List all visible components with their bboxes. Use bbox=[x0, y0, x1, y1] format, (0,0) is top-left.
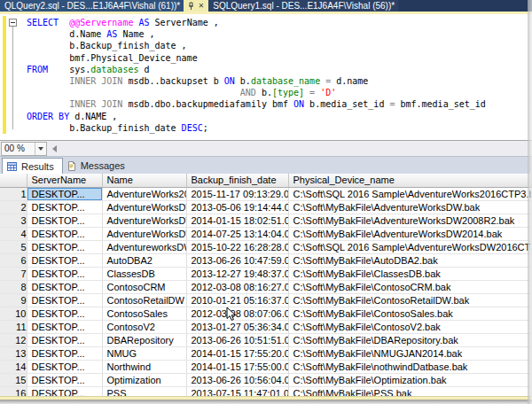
table-row: 5DESKTOP...AdventureworksDW2016CTP32015-… bbox=[0, 240, 532, 253]
tab-messages[interactable]: Messages bbox=[63, 158, 133, 174]
chevron-down-icon[interactable] bbox=[35, 143, 46, 155]
servername-cell[interactable]: DESKTOP... bbox=[27, 360, 102, 373]
backup-date-cell[interactable]: 2013-06-26 10:47:59.000 bbox=[186, 253, 288, 267]
name-cell[interactable]: ContosoSales bbox=[102, 307, 186, 320]
backup-date-cell[interactable]: 2013-01-27 05:36:34.000 bbox=[186, 320, 288, 333]
name-cell[interactable]: NMUG bbox=[102, 346, 186, 360]
name-cell[interactable]: ContosoRetailDW bbox=[102, 293, 186, 307]
tab-sqlquery1-label: SQLQuery1.sql - DES...E1J6A4F\Vishal (56… bbox=[213, 1, 395, 11]
zoom-combobox[interactable]: 00 % bbox=[1, 142, 47, 156]
row-number-cell[interactable]: 2 bbox=[0, 200, 27, 214]
row-number-cell[interactable]: 9 bbox=[0, 293, 27, 307]
device-path-cell[interactable]: C:\Soft\MyBakFile\ContosoSales.bak bbox=[288, 307, 532, 320]
row-number-cell[interactable]: 12 bbox=[0, 333, 27, 346]
row-number-cell[interactable]: 7 bbox=[0, 267, 27, 280]
backup-date-cell[interactable]: 2013-12-27 19:48:37.000 bbox=[186, 267, 288, 280]
servername-cell[interactable]: DESKTOP... bbox=[27, 346, 102, 360]
backup-date-cell[interactable]: 2012-03-08 08:07:06.000 bbox=[186, 307, 288, 320]
row-number-cell[interactable]: 15 bbox=[0, 373, 27, 386]
backup-date-cell[interactable]: 2013-06-26 10:56:04.000 bbox=[186, 373, 288, 386]
row-number-cell[interactable]: 4 bbox=[0, 227, 27, 240]
row-number-cell[interactable]: 3 bbox=[0, 214, 27, 227]
sql-editor[interactable]: SELECT @@Servername AS ServerName , d.Na… bbox=[0, 14, 532, 140]
servername-cell[interactable]: DESKTOP... bbox=[27, 253, 102, 267]
backup-date-cell[interactable]: 2015-11-17 09:13:29.000 bbox=[186, 187, 288, 200]
name-cell[interactable]: Optimization bbox=[102, 373, 186, 386]
backup-date-cell[interactable]: 2013-06-26 10:51:51.000 bbox=[186, 333, 288, 346]
device-path-cell[interactable]: C:\Soft\MyBakFile\ClassesDB.bak bbox=[288, 267, 532, 280]
row-number-cell[interactable]: 11 bbox=[0, 320, 27, 333]
code-line: INNER JOIN msdb.dbo.backupmediafamily bm… bbox=[27, 98, 486, 110]
device-path-cell[interactable]: C:\Soft\MyBakFile\ContosoRetailDW.bak bbox=[288, 293, 532, 307]
row-number-cell[interactable]: 5 bbox=[0, 240, 27, 253]
backup-date-cell[interactable]: 2014-01-15 17:55:20.000 bbox=[186, 346, 288, 360]
backup-date-cell[interactable]: 2012-03-08 08:16:27.000 bbox=[186, 280, 288, 293]
servername-cell[interactable]: DESKTOP... bbox=[27, 320, 102, 333]
column-header-backup_finish_date[interactable]: Backup_finish_date bbox=[186, 174, 288, 187]
servername-cell[interactable]: DESKTOP... bbox=[27, 293, 102, 307]
servername-cell[interactable]: DESKTOP... bbox=[27, 280, 102, 293]
column-header-name[interactable]: Name bbox=[102, 174, 186, 187]
device-path-cell[interactable]: C:\Soft\SQL 2016 Sample\AdventureWorks20… bbox=[288, 187, 532, 200]
servername-cell[interactable]: DESKTOP... bbox=[27, 333, 102, 346]
device-path-cell[interactable]: C:\Soft\MyBakFile\AdventureWorksDW2014.b… bbox=[288, 227, 532, 240]
backup-date-cell[interactable]: 2014-07-25 13:14:04.000 bbox=[186, 227, 288, 240]
device-path-cell[interactable]: C:\Soft\MyBakFile\NMUGJAN2014.bak bbox=[288, 346, 532, 360]
name-cell[interactable]: AdventureWorksDW2008R2 bbox=[102, 214, 186, 227]
row-number-cell[interactable]: 10 bbox=[0, 307, 27, 320]
code-line: INNER JOIN msdb..backupset b ON b.databa… bbox=[27, 75, 486, 87]
name-cell[interactable]: ContosoCRM bbox=[102, 280, 186, 293]
name-cell[interactable]: AutoDBA2 bbox=[102, 253, 186, 267]
servername-cell[interactable]: DESKTOP... bbox=[27, 267, 102, 280]
name-cell[interactable]: DBARepository bbox=[102, 333, 186, 346]
results-grid-icon bbox=[7, 162, 17, 171]
backup-date-cell[interactable]: 2010-01-21 05:16:37.000 bbox=[186, 293, 288, 307]
name-cell[interactable]: ClassesDB bbox=[102, 267, 186, 280]
backup-date-cell[interactable]: 2013-05-06 19:14:44.000 bbox=[186, 200, 288, 214]
row-number-cell[interactable]: 13 bbox=[0, 346, 27, 360]
code-collapse-icon[interactable] bbox=[9, 19, 17, 27]
tab-sqlquery1[interactable]: SQLQuery1.sql - DES...E1J6A4F\Vishal (56… bbox=[208, 0, 398, 12]
device-path-cell[interactable]: C:\Soft\MyBakFile\Optimization.bak bbox=[288, 373, 532, 386]
servername-cell[interactable]: DESKTOP... bbox=[27, 240, 102, 253]
name-cell[interactable]: AdventureWorks2016CTP3 bbox=[102, 187, 186, 200]
device-path-cell[interactable]: C:\Soft\MyBakFile\ContosoV2.bak bbox=[288, 320, 532, 333]
row-number-cell[interactable]: 6 bbox=[0, 253, 27, 267]
backup-date-cell[interactable]: 2015-10-22 16:28:28.000 bbox=[186, 240, 288, 253]
row-number-cell[interactable]: 1 bbox=[0, 187, 27, 200]
column-header-physical_device_name[interactable]: Physical_Device_name bbox=[288, 174, 532, 187]
servername-cell[interactable]: DESKTOP... bbox=[27, 227, 102, 240]
name-cell[interactable]: AdventureWorksDW bbox=[102, 200, 186, 214]
name-cell[interactable]: Northwind bbox=[102, 360, 186, 373]
tab-sqlquery2[interactable]: QLQuery2.sql - DES...E1J6A4F\Vishal (61)… bbox=[0, 0, 208, 12]
grid-corner-header[interactable] bbox=[0, 174, 27, 187]
servername-cell[interactable]: DESKTOP... bbox=[27, 214, 102, 227]
row-number-cell[interactable]: 14 bbox=[0, 360, 27, 373]
tab-sqlquery2-label: QLQuery2.sql - DES...E1J6A4F\Vishal (61)… bbox=[4, 1, 180, 11]
row-number-cell[interactable]: 8 bbox=[0, 280, 27, 293]
servername-cell[interactable]: DESKTOP... bbox=[27, 373, 102, 386]
device-path-cell[interactable]: C:\Soft\MyBakFile\DBARepository.bak bbox=[288, 333, 532, 346]
backup-date-cell[interactable]: 2014-01-15 18:02:51.000 bbox=[186, 214, 288, 227]
table-row: 6DESKTOP...AutoDBA22013-06-26 10:47:59.0… bbox=[0, 253, 532, 267]
device-path-cell[interactable]: C:\Soft\MyBakFile\nothwindDatbase.bak bbox=[288, 360, 532, 373]
device-path-cell[interactable]: C:\Soft\MyBakFile\ContosoCRM.bak bbox=[288, 280, 532, 293]
pin-icon[interactable] bbox=[186, 1, 196, 11]
hscroll-left-arrow-icon[interactable] bbox=[52, 145, 57, 152]
name-cell[interactable]: ContosoV2 bbox=[102, 320, 186, 333]
device-path-cell[interactable]: C:\Soft\MyBakFile\AutoDBA2.bak bbox=[288, 253, 532, 267]
tab-results[interactable]: Results bbox=[2, 158, 63, 174]
name-cell[interactable]: AdventureWorksDW2014 bbox=[102, 227, 186, 240]
close-icon[interactable]: ✕ bbox=[196, 1, 206, 11]
table-row: 2DESKTOP...AdventureWorksDW2013-05-06 19… bbox=[0, 200, 532, 214]
device-path-cell[interactable]: C:\Soft\MyBakFile\AdventureWorksDW2008R2… bbox=[288, 214, 532, 227]
name-cell[interactable]: AdventureworksDW2016CTP3 bbox=[102, 240, 186, 253]
servername-cell[interactable]: DESKTOP... bbox=[27, 187, 102, 200]
device-path-cell[interactable]: C:\Soft\SQL 2016 Sample\AdventureWorksDW… bbox=[288, 240, 532, 253]
servername-cell[interactable]: DESKTOP... bbox=[27, 200, 102, 214]
servername-cell[interactable]: DESKTOP... bbox=[27, 307, 102, 320]
backup-date-cell[interactable]: 2014-01-15 17:55:00.000 bbox=[186, 360, 288, 373]
column-header-servername[interactable]: ServerName bbox=[27, 174, 102, 187]
device-path-cell[interactable]: C:\Soft\MyBakFile\AdventureWorksDW.bak bbox=[288, 200, 532, 214]
code-line: SELECT @@Servername AS ServerName , bbox=[27, 17, 486, 28]
